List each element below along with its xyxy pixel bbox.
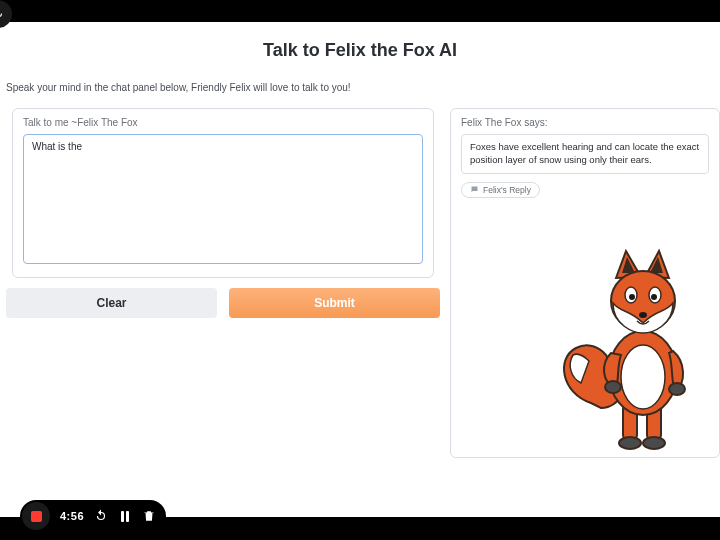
viewport: Talk to Felix the Fox AI Speak your mind…	[0, 0, 720, 540]
app-page: Talk to Felix the Fox AI Speak your mind…	[0, 22, 720, 517]
svg-point-3	[643, 437, 665, 449]
reply-chip: Felix's Reply	[461, 182, 540, 198]
svg-point-2	[619, 437, 641, 449]
stop-button[interactable]	[22, 502, 50, 530]
reply-text: Foxes have excellent hearing and can loc…	[461, 134, 709, 174]
page-title: Talk to Felix the Fox AI	[0, 40, 720, 61]
svg-point-7	[669, 383, 685, 395]
chat-input[interactable]	[23, 134, 423, 264]
recorder-bar: 4:56	[20, 500, 166, 532]
restart-button[interactable]	[94, 509, 108, 523]
reply-panel: Felix The Fox says: Foxes have excellent…	[450, 108, 720, 458]
svg-point-12	[651, 294, 657, 300]
input-panel-label: Talk to me ~Felix The Fox	[23, 117, 423, 128]
svg-point-11	[629, 294, 635, 300]
button-row: Clear Submit	[6, 288, 440, 318]
undo-icon	[94, 509, 108, 523]
input-panel: Talk to me ~Felix The Fox	[12, 108, 434, 278]
svg-point-6	[605, 381, 621, 393]
microphone-icon	[0, 7, 5, 21]
fox-illustration	[561, 243, 711, 453]
trash-icon	[142, 509, 156, 523]
recorder-time: 4:56	[60, 510, 84, 522]
submit-button[interactable]: Submit	[229, 288, 440, 318]
reply-chip-label: Felix's Reply	[483, 185, 531, 195]
stop-icon	[31, 511, 42, 522]
reply-panel-label: Felix The Fox says:	[461, 117, 709, 128]
delete-button[interactable]	[142, 509, 156, 523]
svg-point-13	[639, 312, 647, 318]
pause-button[interactable]	[118, 509, 132, 523]
page-subtitle: Speak your mind in the chat panel below,…	[6, 82, 351, 93]
clear-button[interactable]: Clear	[6, 288, 217, 318]
svg-point-5	[621, 345, 665, 409]
pause-icon	[121, 511, 129, 522]
chat-icon	[470, 185, 479, 194]
